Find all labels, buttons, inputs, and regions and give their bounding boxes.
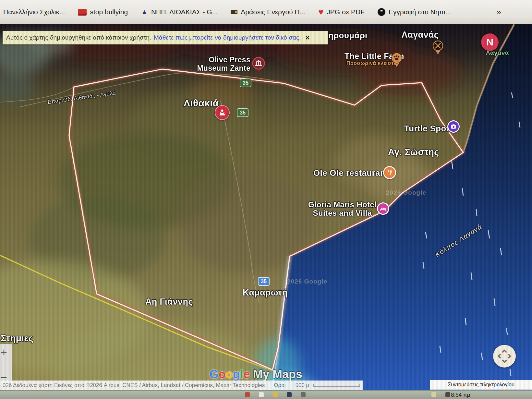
taskbar-icon[interactable] bbox=[287, 392, 292, 397]
poi-status-little-farm: Προσωρινά κλειστό bbox=[346, 60, 397, 66]
place-label-ai-giannis: Αη Γιάννης bbox=[145, 297, 193, 307]
bookmark-label: Εγγραφή στο Νηπι... bbox=[389, 8, 451, 16]
scale-bar bbox=[313, 384, 360, 387]
imagery-watermark: 2026 Google bbox=[386, 189, 426, 196]
bookmark-nip-lithakias[interactable]: ▲ ΝΗΠ. ΛΙΘΑΚΙΑΣ - G... bbox=[141, 8, 218, 16]
watermark-letter: l bbox=[240, 368, 243, 381]
turtle-spot-marker[interactable] bbox=[447, 120, 460, 133]
speaker-icon[interactable] bbox=[445, 392, 450, 397]
imagery-watermark: 2026 Google bbox=[287, 278, 327, 285]
folder-icon[interactable] bbox=[431, 392, 436, 397]
poi-label-turtle-spot: Turtle Spot bbox=[404, 124, 449, 134]
watermark-letter: G bbox=[210, 368, 219, 381]
poi-label-olive-press: Olive Press Museum Zante bbox=[187, 55, 250, 72]
watermark-letter: o bbox=[226, 368, 233, 381]
bookmark-jpg-pdf[interactable]: ♥ JPG σε PDF bbox=[318, 8, 365, 17]
place-label-lithakia: Λιθακιά bbox=[184, 98, 219, 109]
hotel-marker[interactable] bbox=[377, 202, 389, 215]
poi-label-ole-ole: Ole Ole restaurant bbox=[313, 168, 388, 178]
taskbar: 8:54 πμ bbox=[0, 390, 532, 399]
camera-icon bbox=[450, 123, 457, 130]
zoom-in-button[interactable]: + bbox=[0, 346, 12, 357]
place-label-laganas: Λαγανάς bbox=[402, 30, 439, 40]
attribution-text: 026 Δεδομένα χάρτη Εικόνες από ©2026 Air… bbox=[3, 382, 265, 389]
bookmark-label: stop bullying bbox=[90, 8, 128, 16]
museum-pin-marker[interactable] bbox=[251, 56, 266, 75]
route-35-badge: 35 bbox=[258, 277, 270, 286]
terms-link[interactable]: Όροι bbox=[274, 382, 285, 389]
restaurant-marker[interactable] bbox=[383, 166, 396, 179]
close-icon[interactable]: × bbox=[305, 34, 309, 42]
google-my-maps-watermark: GoogleMy Maps bbox=[210, 368, 302, 381]
taskbar-icon[interactable] bbox=[273, 392, 278, 397]
place-label-ag-sostis: Αγ. Σώστης bbox=[388, 147, 439, 157]
pan-arrows-icon bbox=[497, 349, 512, 363]
watermark-suffix: My Maps bbox=[253, 368, 302, 381]
place-label-xiroumari: Ξηρουμάρι bbox=[323, 30, 368, 41]
mini-logo-icon bbox=[231, 10, 237, 14]
banner-message: Αυτός ο χάρτης δημιουργήθηκε από κάποιον… bbox=[6, 34, 151, 41]
bookmarks-bar: Πανελλήνιο Σχολικ... stop bullying ▲ ΝΗΠ… bbox=[0, 0, 532, 24]
map-canvas[interactable]: 2026 Google 2026 Google Ξηρουμάρι Λαγανά… bbox=[0, 24, 532, 399]
round-logo-icon: * bbox=[378, 8, 385, 16]
little-farm-pin-marker[interactable] bbox=[390, 52, 403, 69]
taskbar-icon[interactable] bbox=[259, 392, 264, 397]
bookmark-label: JPG σε PDF bbox=[327, 8, 365, 16]
zoom-control: + − bbox=[0, 344, 12, 385]
keyboard-shortcuts-button[interactable]: Συντομεύσεις πληκτρολογίου bbox=[430, 380, 532, 390]
bookmark-label: Δράσεις Ενεργού Π... bbox=[241, 8, 305, 16]
n-marker[interactable]: N bbox=[481, 33, 499, 51]
bookmark-drasis[interactable]: Δράσεις Ενεργού Π... bbox=[231, 8, 305, 16]
bookmark-panellinio[interactable]: Πανελλήνιο Σχολικ... bbox=[3, 8, 65, 16]
fork-knife-icon bbox=[386, 169, 393, 176]
pan-control[interactable] bbox=[493, 345, 516, 368]
watermark-letter: o bbox=[219, 368, 226, 381]
poi-label-line: Suites and Villa bbox=[304, 209, 381, 217]
poi-label-gloria-maris: Gloria Maris Hotel Suites and Villa bbox=[304, 200, 381, 217]
user-map-notice-banner: Αυτός ο χάρτης δημιουργήθηκε από κάποιον… bbox=[3, 31, 328, 44]
n-marker-label: N bbox=[486, 37, 493, 48]
taskbar-icons bbox=[245, 392, 450, 397]
bookmark-stop-bullying[interactable]: stop bullying bbox=[78, 8, 128, 16]
tools-pin-marker[interactable] bbox=[431, 40, 444, 56]
screen: Πανελλήνιο Σχολικ... stop bullying ▲ ΝΗΠ… bbox=[0, 0, 532, 399]
route-35-badge: 35 bbox=[237, 108, 248, 117]
scale-label: 500 μ bbox=[296, 382, 309, 389]
poi-label-line: Olive Press bbox=[187, 55, 250, 64]
bookmark-label: Πανελλήνιο Σχολικ... bbox=[3, 8, 65, 16]
bookmarks-overflow-chevron[interactable]: » bbox=[497, 7, 501, 17]
poi-label-line: Gloria Maris Hotel bbox=[304, 200, 381, 209]
banner-learn-more-link[interactable]: Μάθετε πώς μπορείτε να δημιουργήσετε τον… bbox=[154, 34, 301, 41]
taskbar-icon[interactable] bbox=[301, 392, 306, 397]
map-attribution-bar: 026 Δεδομένα χάρτη Εικόνες από ©2026 Air… bbox=[0, 381, 363, 390]
route-35-badge: 35 bbox=[240, 79, 251, 87]
bed-icon bbox=[380, 205, 386, 212]
place-label-kamaroti: Καμαρωτή bbox=[243, 288, 287, 298]
clock: 8:54 πμ bbox=[451, 392, 470, 398]
bookmark-label: ΝΗΠ. ΛΙΘΑΚΙΑΣ - G... bbox=[151, 8, 218, 16]
poi-label-line: Museum Zante bbox=[187, 64, 250, 72]
taskbar-icon[interactable] bbox=[245, 392, 250, 397]
watermark-letter: e bbox=[243, 368, 250, 381]
red-badge-icon bbox=[78, 9, 87, 16]
triangle-site-icon: ▲ bbox=[141, 8, 148, 16]
bookmark-eggrafi[interactable]: * Εγγραφή στο Νηπι... bbox=[378, 8, 451, 16]
school-marker[interactable] bbox=[215, 105, 230, 120]
person-icon bbox=[218, 108, 226, 117]
heart-icon: ♥ bbox=[318, 8, 323, 17]
satellite-imagery bbox=[0, 24, 532, 399]
place-label-stimies: Στημιες bbox=[1, 333, 33, 344]
watermark-letter: g bbox=[233, 368, 240, 381]
